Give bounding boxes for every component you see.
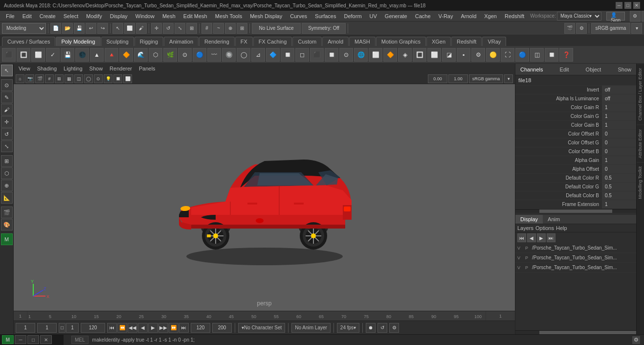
menu-generate[interactable]: Generate [381,12,411,20]
cb-tab-edit[interactable]: Edit [558,66,571,73]
shelf-tab-rigging[interactable]: Rigging [134,37,163,46]
shelf-icon-4[interactable]: ✓ [46,48,60,62]
shelf-icon-12[interactable]: 🌿 [163,48,177,62]
vp-menu-renderer[interactable]: Renderer [107,65,135,72]
shelf-icon-25[interactable]: 🌐 [354,48,368,62]
channel-scrollbar-thumb[interactable] [539,209,612,213]
redo-button[interactable]: ↪ [97,23,108,34]
window-btn-minimize[interactable]: ─ [15,335,26,344]
shelf-icon-30[interactable]: ⬜ [427,48,441,62]
menu-mesh-tools[interactable]: Mesh Tools [211,12,246,20]
layer-tab-anim[interactable]: Anim [543,215,565,224]
new-scene-button[interactable]: 📄 [50,23,61,34]
channel-value-cgg[interactable]: 1 [602,112,636,120]
vtab-attribute-editor[interactable]: Attribute Editor [637,125,644,162]
snap-grid[interactable]: # [201,23,212,34]
vp-menu-shading[interactable]: Shading [34,65,60,72]
rotate-btn[interactable]: ↺ [1,128,13,140]
vp-film-btn[interactable]: 🎬 [35,74,44,83]
channel-value-ag[interactable]: 1 [602,156,636,164]
shelf-icon-27[interactable]: 🔶 [383,48,397,62]
vp-display3[interactable]: ◫ [74,74,83,83]
shelf-icon-1[interactable]: ⬛ [2,48,16,62]
render-view-btn[interactable]: 🎬 [1,207,13,218]
lasso-tool[interactable]: ⬜ [124,23,135,34]
paint-brush-btn[interactable]: ✎ [1,92,13,103]
status-language[interactable]: MEL [71,336,89,344]
menu-deform[interactable]: Deform [340,12,365,20]
sign-in-button[interactable]: 👤 Sign In ▾ [606,12,625,21]
cb-tab-object[interactable]: Object [584,66,603,73]
shelf-icon-36[interactable]: 🔵 [515,48,529,62]
layer-scrollbar-thumb[interactable] [539,331,636,334]
channel-value-cgb[interactable]: 1 [602,121,636,129]
snap-curve[interactable]: ~ [213,23,224,34]
scale-btn[interactable]: ⤡ [1,140,13,152]
shelf-icon-15[interactable]: 〰 [207,48,221,62]
open-button[interactable]: 📂 [62,23,73,34]
channel-value-ao[interactable]: 0 [602,165,636,173]
shelf-tab-vray[interactable]: VRay [482,37,506,46]
shelf-icon-5[interactable]: 💾 [61,48,74,62]
snap-point[interactable]: ⊕ [225,23,236,34]
shelf-icon-22[interactable]: ⬛ [310,48,324,62]
vp-menu-panels[interactable]: Panels [136,65,158,72]
no-live-surface[interactable]: No Live Surface [252,23,301,34]
menu-mesh-display[interactable]: Mesh Display [246,12,286,20]
skip-end-btn[interactable]: ⏭ [179,323,189,333]
vp-color-space[interactable]: sRGB gamma [469,74,503,83]
shelf-icon-39[interactable]: ❓ [559,48,573,62]
shelf-tab-redshift[interactable]: Redshift [451,37,482,46]
channel-value-dcr[interactable]: 0.5 [602,174,636,182]
next-key-btn[interactable]: ⏩ [169,323,178,333]
layer-opt-help[interactable]: Help [556,225,567,231]
menu-curves[interactable]: Curves [286,12,311,20]
minimize-button[interactable]: ─ [616,2,622,9]
shelf-tab-motion-graphics[interactable]: Motion Graphics [376,37,426,46]
shelf-icon-37[interactable]: ◫ [530,48,544,62]
play-forward-btn[interactable]: ▶ [148,323,158,333]
scale-tool[interactable]: ⤡ [175,23,185,34]
vtab-channel-box[interactable]: Channel Box / Layer Editor [637,64,644,125]
shelf-icon-17[interactable]: ◯ [237,48,250,62]
range-end-field[interactable]: 120 [81,323,105,333]
shelf-icon-19[interactable]: 🔷 [266,48,280,62]
workspace-select[interactable]: Maya Classic▾ [557,12,601,21]
prev-frame-btn[interactable]: ◀◀ [128,323,137,333]
shelf-icon-13[interactable]: ⊙ [178,48,192,62]
status-settings-icon[interactable]: ⚙ [632,336,640,344]
srgb-gamma[interactable]: sRGB gamma [591,23,630,34]
component-btn[interactable]: ⬡ [1,167,13,179]
vp-texture2[interactable]: ⬜ [123,74,132,83]
prev-key-btn[interactable]: ⏪ [117,323,127,333]
transform-btn[interactable]: ✛ [1,116,13,128]
shelf-tab-fx-caching[interactable]: FX Caching [253,37,292,46]
auto-key-btn[interactable]: ⏺ [366,323,376,333]
frame-checkbox-field[interactable]: □ [59,323,66,333]
shelf-icon-28[interactable]: ◈ [398,48,412,62]
vp-menu-lighting[interactable]: Lighting [61,65,86,72]
channel-value-dcb[interactable]: 0.5 [602,191,636,200]
shelf-tab-sculpting[interactable]: Sculpting [101,37,134,46]
shelf-icon-24[interactable]: ⊙ [339,48,353,62]
cycle-btn[interactable]: ↺ [378,323,387,333]
shelf-icon-18[interactable]: ⊿ [251,48,265,62]
no-character-set[interactable]: ▾ No Character Set [238,323,285,333]
shelf-icon-11[interactable]: ⬡ [149,48,162,62]
layer-item-3[interactable]: V P /Porsche_Taycan_Turbo_Sedan_Sim... [515,263,636,273]
menu-surfaces[interactable]: Surfaces [311,12,340,20]
layer-item-1[interactable]: V P /Porsche_Taycan_Turbo_Sedan_Sim... [515,243,636,253]
select-tool[interactable]: ↖ [112,23,123,34]
vtab-modelling-toolkit[interactable]: Modelling Toolkit [637,162,644,203]
shelf-icon-8[interactable]: 🔺 [105,48,118,62]
rotate-tool[interactable]: ↺ [163,23,174,34]
measure-btn[interactable]: 📐 [1,192,13,204]
shelf-icon-33[interactable]: ⚙ [471,48,485,62]
channel-value-fe[interactable]: 1 [602,200,636,208]
menu-modify[interactable]: Modify [82,12,106,20]
fps-display[interactable]: 24 fps ▾ [337,323,359,333]
shelf-icon-21[interactable]: ◻ [295,48,309,62]
undo-button[interactable]: ↩ [86,23,96,34]
shelf-icon-16[interactable]: 🔘 [222,48,236,62]
shelf-icon-34[interactable]: 🟡 [486,48,500,62]
